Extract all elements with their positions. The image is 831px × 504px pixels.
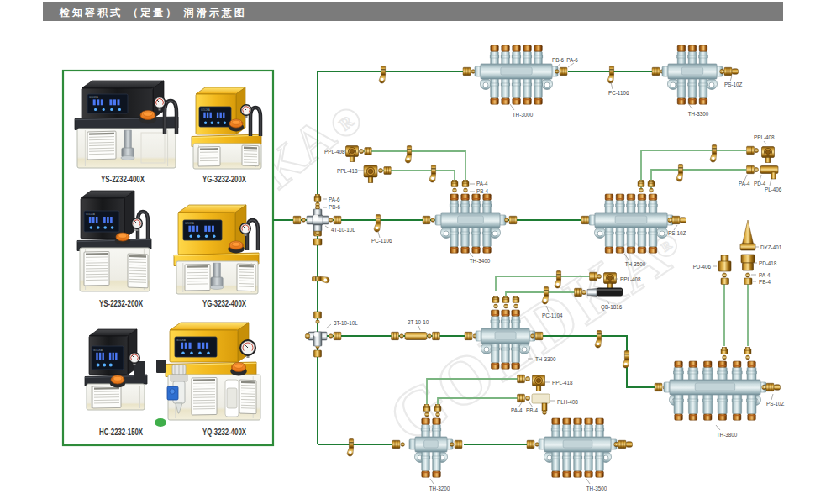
svg-text:GOLDKA: GOLDKA	[176, 339, 186, 342]
svg-text:PB-6: PB-6	[329, 204, 340, 210]
svg-text:PPL-418: PPL-418	[552, 380, 573, 386]
svg-text:PC-1106: PC-1106	[371, 238, 392, 244]
svg-text:PPL-408: PPL-408	[754, 134, 775, 140]
svg-text:YQ-3232-400X: YQ-3232-400X	[202, 427, 246, 437]
svg-text:GOLDKA: GOLDKA	[86, 213, 95, 216]
svg-text:GOLDKA: GOLDKA	[93, 349, 103, 352]
svg-text:TH-3300: TH-3300	[688, 111, 709, 117]
svg-text:PS-10Z: PS-10Z	[668, 230, 686, 236]
svg-text:PPL-418: PPL-418	[337, 168, 358, 174]
svg-text:TH-3000: TH-3000	[513, 112, 534, 118]
svg-text:PS-10Z: PS-10Z	[724, 81, 743, 87]
svg-text:TH-3200: TH-3200	[429, 486, 450, 491]
svg-text:QB-1816: QB-1816	[601, 304, 623, 311]
svg-text:PB-4: PB-4	[759, 279, 771, 285]
svg-text:YG-3232-200X: YG-3232-200X	[202, 174, 246, 184]
svg-text:HC-2232-150X: HC-2232-150X	[99, 427, 143, 437]
svg-text:3T-10-10L: 3T-10-10L	[334, 320, 358, 326]
svg-text:YS-2232-200X: YS-2232-200X	[99, 298, 143, 308]
svg-text:PD-418: PD-418	[759, 260, 777, 266]
svg-text:TH-3800: TH-3800	[717, 432, 738, 438]
svg-text:4T-10-10L: 4T-10-10L	[331, 227, 355, 233]
svg-text:PA-4: PA-4	[476, 181, 488, 186]
svg-text:TH-3300: TH-3300	[535, 356, 556, 362]
svg-text:DYZ-401: DYZ-401	[760, 244, 782, 250]
svg-text:TH-3500: TH-3500	[625, 261, 646, 267]
svg-text:GOLDKA: GOLDKA	[185, 222, 194, 225]
svg-text:PB-4: PB-4	[476, 188, 488, 194]
svg-text:PA-4: PA-4	[739, 181, 750, 186]
svg-text:PS-10Z: PS-10Z	[766, 401, 785, 407]
svg-text:PD-406: PD-406	[693, 264, 712, 270]
svg-text:PA-4: PA-4	[511, 407, 523, 413]
svg-text:TH-3400: TH-3400	[470, 258, 491, 264]
svg-text:YG-3232-400X: YG-3232-400X	[202, 298, 246, 308]
svg-text:PB-6: PB-6	[552, 57, 564, 63]
svg-text:PLH-408: PLH-408	[557, 399, 578, 405]
svg-text:PB-4: PB-4	[526, 407, 538, 413]
svg-text:GOLDKA: GOLDKA	[201, 108, 210, 112]
svg-text:PA-4: PA-4	[759, 272, 771, 278]
svg-text:PC-1104: PC-1104	[542, 312, 563, 318]
svg-text:PA-6: PA-6	[329, 197, 340, 202]
svg-text:PA-6: PA-6	[566, 57, 578, 63]
svg-text:PPL-408: PPL-408	[620, 276, 641, 282]
svg-text:PL-406: PL-406	[765, 186, 782, 192]
svg-text:TH-3500: TH-3500	[586, 486, 607, 491]
svg-text:GOLDKA: GOLDKA	[89, 96, 98, 99]
svg-text:2T-10-10: 2T-10-10	[408, 319, 429, 325]
svg-text:PC-1106: PC-1106	[608, 90, 629, 96]
svg-text:YS-2232-400X: YS-2232-400X	[101, 174, 145, 184]
svg-text:R: R	[335, 112, 357, 134]
